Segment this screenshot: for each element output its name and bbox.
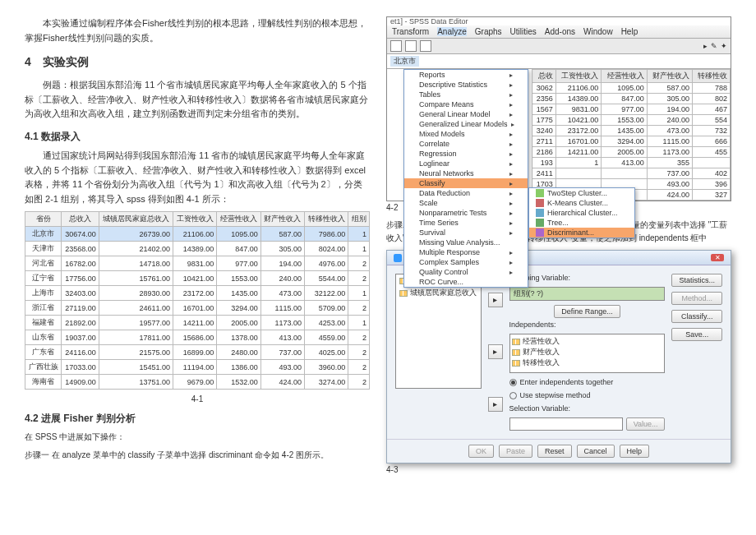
analyze-item[interactable]: Mixed Models	[404, 129, 528, 139]
dialog-footer-button[interactable]: OK	[468, 445, 494, 458]
indep-item[interactable]: 财产性收入	[512, 347, 663, 357]
analyze-item[interactable]: General Linear Model	[404, 109, 528, 119]
spss-menubar[interactable]: TransformAnalyzeGraphsUtilitiesAdd-onsWi…	[387, 25, 731, 39]
dialog-button[interactable]: Method...	[671, 292, 722, 305]
value-button[interactable]: Value...	[626, 417, 666, 431]
indep-item[interactable]: 转移性收入	[512, 357, 663, 368]
table-cell: 587.00	[260, 227, 304, 242]
grid-cell	[602, 168, 647, 179]
table-cell: 1386.00	[217, 360, 260, 375]
grid-cell: 402	[693, 168, 731, 179]
menu-window[interactable]: Window	[583, 27, 613, 36]
analyze-item[interactable]: Data Reduction	[404, 188, 528, 198]
analyze-item[interactable]: ROC Curve...	[404, 277, 528, 287]
caption-43: 4-3	[386, 465, 731, 474]
selection-var-field[interactable]	[509, 417, 623, 431]
toolbar-icon-print[interactable]	[420, 40, 431, 52]
grid-cell: 14389.00	[555, 94, 601, 104]
grid-cell: 666	[693, 136, 731, 147]
grid-cell: 467	[693, 104, 731, 115]
analyze-item[interactable]: Complex Samples	[404, 257, 528, 267]
grid-cell: 424.00	[647, 190, 692, 201]
table-cell: 上海市	[25, 286, 62, 301]
classify-item[interactable]: TwoStep Cluster...	[529, 188, 634, 198]
table-cell: 737.00	[260, 345, 304, 360]
menu-transform[interactable]: Transform	[392, 27, 429, 36]
table-cell: 4025.00	[305, 345, 348, 360]
section-heading: 4 实验实例	[25, 55, 370, 70]
analyze-item[interactable]: Loglinear	[404, 159, 528, 168]
classify-submenu[interactable]: TwoStep Cluster...K-Means Cluster...Hier…	[528, 187, 635, 238]
grouping-variable-field[interactable]: 组别(? ?)	[509, 287, 666, 301]
toolbar-icon-open[interactable]	[390, 40, 402, 52]
table-cell: 14211.00	[173, 316, 217, 330]
table-cell: 3294.00	[217, 301, 260, 316]
dialog-button[interactable]: Classify...	[671, 310, 722, 323]
menu-graphs[interactable]: Graphs	[475, 27, 502, 36]
var-item[interactable]: 城镇居民家庭总收入	[396, 287, 481, 299]
analyze-item[interactable]: Neural Networks	[404, 168, 528, 178]
dialog-footer-button[interactable]: Paste	[499, 445, 532, 458]
analyze-item[interactable]: Compare Means	[404, 99, 528, 109]
dialog-button[interactable]: Save...	[671, 328, 722, 341]
table-cell: 1173.00	[260, 316, 304, 330]
radio-enter-together[interactable]	[509, 379, 517, 386]
define-range-button[interactable]: Define Range...	[554, 305, 620, 318]
analyze-item[interactable]: Time Series	[404, 218, 528, 228]
table-cell: 1532.00	[217, 375, 260, 390]
analyze-item[interactable]: Descriptive Statistics	[404, 80, 528, 90]
table-cell: 1115.00	[260, 301, 304, 316]
move-to-selection-btn[interactable]: ▸	[488, 397, 503, 412]
menu-add-ons[interactable]: Add-ons	[545, 27, 575, 36]
table-cell: 424.00	[260, 375, 304, 390]
toolbar-icon-save[interactable]	[405, 40, 417, 52]
analyze-item[interactable]: Tables	[404, 90, 528, 99]
table-cell: 19577.00	[99, 316, 173, 330]
table-cell: 21402.00	[99, 242, 173, 256]
analyze-item[interactable]: Scale	[404, 198, 528, 208]
dialog-footer-button[interactable]: Reset	[537, 445, 572, 458]
table-cell: 1378.00	[217, 330, 260, 345]
grid-cell: 2711	[532, 136, 556, 147]
dialog-footer-button[interactable]: Help	[620, 445, 650, 458]
analyze-item[interactable]: Correlate	[404, 139, 528, 149]
table-cell: 4559.00	[305, 330, 348, 345]
variable-listbox[interactable]: 总收入城镇居民家庭总收入	[395, 274, 482, 389]
menu-utilities[interactable]: Utilities	[510, 27, 537, 36]
classify-item[interactable]: Hierarchical Cluster...	[529, 208, 634, 218]
analyze-item[interactable]: Nonparametric Tests	[404, 208, 528, 218]
table-cell: 11194.00	[173, 360, 217, 375]
analyze-item[interactable]: Regression	[404, 149, 528, 159]
grid-cell: 23172.00	[555, 126, 601, 136]
analyze-item[interactable]: Survival	[404, 228, 528, 238]
table-cell: 16782.00	[62, 256, 99, 271]
table-cell: 240.00	[260, 271, 304, 286]
analyze-menu[interactable]: ReportsDescriptive StatisticsTablesCompa…	[403, 69, 528, 288]
analyze-item[interactable]: Quality Control	[404, 267, 528, 277]
move-to-grouping-btn[interactable]: ▸	[488, 293, 503, 307]
table-cell: 493.00	[260, 360, 304, 375]
move-to-indep-btn[interactable]: ▸	[488, 344, 503, 359]
analyze-item[interactable]: Multiple Response	[404, 247, 528, 257]
analyze-item[interactable]: Missing Value Analysis...	[404, 238, 528, 247]
independents-label: Independents:	[509, 321, 666, 329]
classify-item[interactable]: Discriminant...	[529, 228, 634, 238]
grid-cell: 2411	[532, 168, 556, 179]
analyze-item[interactable]: Classify	[404, 178, 528, 188]
table-cell: 30674.00	[62, 227, 99, 242]
analyze-item[interactable]: Generalized Linear Models	[404, 119, 528, 129]
radio-stepwise[interactable]	[509, 392, 517, 399]
table-cell: 194.00	[260, 256, 304, 271]
indep-item[interactable]: 经营性收入	[512, 336, 663, 347]
menu-analyze[interactable]: Analyze	[437, 27, 467, 36]
grid-cell: 1553.00	[602, 115, 647, 126]
classify-item[interactable]: K-Means Cluster...	[529, 198, 634, 208]
dialog-footer-button[interactable]: Cancel	[577, 445, 615, 458]
menu-help[interactable]: Help	[621, 27, 638, 36]
table-cell: 2005.00	[217, 316, 260, 330]
classify-item[interactable]: Tree...	[529, 218, 634, 228]
dialog-button[interactable]: Statistics...	[671, 274, 722, 287]
independents-listbox[interactable]: 经营性收入财产性收入转移性收入	[509, 334, 666, 373]
analyze-item[interactable]: Reports	[404, 70, 528, 80]
spss-toolbar[interactable]: ▸ ✎ ✦	[387, 39, 731, 54]
